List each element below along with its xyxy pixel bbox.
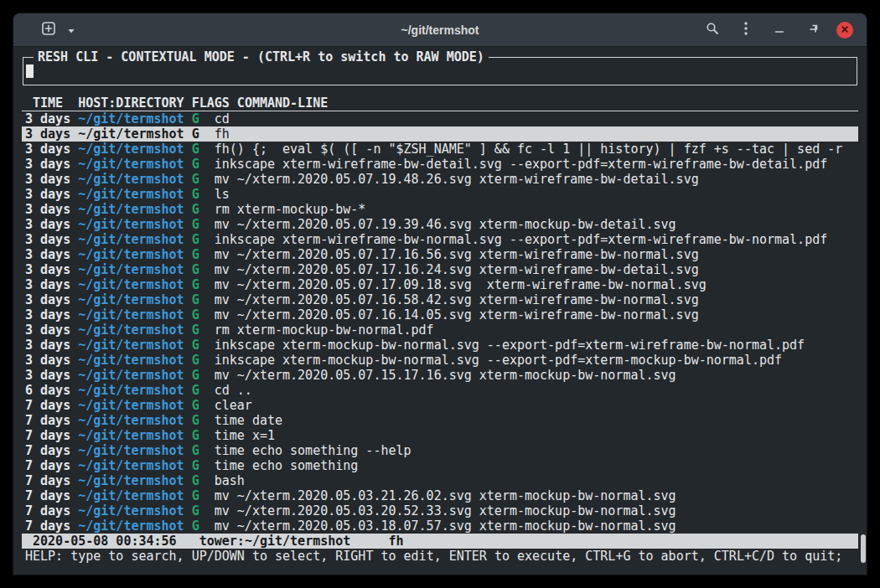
row-directory: ~/git/termshot bbox=[78, 292, 191, 307]
row-command: rm xterm-mockup-bw-* bbox=[215, 202, 858, 217]
history-row[interactable]: 3 days~/git/termshotGrm xterm-mockup-bw-… bbox=[22, 322, 858, 338]
row-time: 3 days bbox=[25, 202, 78, 217]
history-row[interactable]: 7 days~/git/termshotGtime echo something bbox=[22, 458, 858, 473]
row-directory: ~/git/termshot bbox=[78, 307, 191, 322]
search-button[interactable] bbox=[702, 20, 722, 40]
history-row[interactable]: 3 days~/git/termshotGmv ~/xterm.2020.05.… bbox=[22, 172, 858, 187]
row-command: time echo something bbox=[215, 458, 858, 473]
row-time: 3 days bbox=[25, 187, 78, 202]
row-directory: ~/git/termshot bbox=[78, 443, 191, 458]
row-flags: G bbox=[192, 443, 215, 458]
titlebar[interactable]: ~/git/termshot bbox=[13, 13, 867, 47]
row-flags: G bbox=[192, 292, 215, 307]
row-command: clear bbox=[215, 398, 858, 413]
row-command: mv ~/xterm.2020.05.03.18.07.57.svg xterm… bbox=[215, 518, 858, 534]
row-flags: G bbox=[192, 262, 215, 277]
row-flags: G bbox=[192, 398, 215, 413]
row-flags: G bbox=[192, 172, 215, 187]
row-directory: ~/git/termshot bbox=[78, 353, 191, 368]
terminal-content: RESH CLI - CONTEXTUAL MODE - (CTRL+R to … bbox=[13, 47, 867, 575]
row-time: 3 days bbox=[25, 232, 78, 247]
history-row[interactable]: 3 days~/git/termshotGinkscape xterm-mock… bbox=[22, 353, 858, 368]
row-command: mv ~/xterm.2020.05.07.17.09.18.svg xterm… bbox=[215, 277, 858, 292]
scrollbar-thumb[interactable] bbox=[861, 534, 866, 563]
row-command: mv ~/xterm.2020.05.07.16.58.42.svg xterm… bbox=[215, 292, 858, 307]
row-directory: ~/git/termshot bbox=[78, 247, 191, 262]
history-row[interactable]: 7 days~/git/termshotGmv ~/xterm.2020.05.… bbox=[22, 518, 858, 534]
history-row[interactable]: 7 days~/git/termshotGmv ~/xterm.2020.05.… bbox=[22, 503, 858, 518]
row-directory: ~/git/termshot bbox=[78, 217, 191, 232]
terminal-window: ~/git/termshot bbox=[13, 13, 867, 575]
history-row[interactable]: 7 days~/git/termshotGbash bbox=[22, 473, 858, 488]
history-row[interactable]: 3 days~/git/termshotGcd bbox=[22, 111, 858, 126]
row-directory: ~/git/termshot bbox=[78, 518, 191, 534]
row-command: rm xterm-mockup-bw-normal.pdf bbox=[215, 322, 858, 338]
history-row[interactable]: 7 days~/git/termshotGmv ~/xterm.2020.05.… bbox=[22, 488, 858, 503]
menu-button[interactable] bbox=[736, 20, 756, 40]
close-button[interactable] bbox=[836, 22, 853, 39]
history-row[interactable]: 3 days~/git/termshotGmv ~/xterm.2020.05.… bbox=[22, 292, 858, 307]
history-row[interactable]: 3 days~/git/termshotGmv ~/xterm.2020.05.… bbox=[22, 277, 858, 292]
history-row[interactable]: 3 days~/git/termshotGmv ~/xterm.2020.05.… bbox=[22, 247, 858, 262]
row-time: 3 days bbox=[25, 307, 78, 322]
row-directory: ~/git/termshot bbox=[78, 277, 191, 292]
row-time: 7 days bbox=[25, 443, 78, 458]
kebab-menu-icon bbox=[744, 22, 748, 38]
row-command: time x=1 bbox=[215, 428, 858, 443]
history-row[interactable]: 3 days~/git/termshotGmv ~/xterm.2020.05.… bbox=[22, 368, 858, 383]
tab-list-dropdown[interactable] bbox=[61, 20, 81, 40]
history-row[interactable]: 3 days~/git/termshotGrm xterm-mockup-bw-… bbox=[22, 202, 858, 217]
history-row[interactable]: 3 days~/git/termshotGmv ~/xterm.2020.05.… bbox=[22, 217, 858, 232]
history-row[interactable]: 3 days~/git/termshotGinkscape xterm-mock… bbox=[22, 338, 858, 353]
history-row[interactable]: 6 days~/git/termshotGcd .. bbox=[22, 383, 858, 398]
row-time: 3 days bbox=[25, 126, 78, 142]
row-command: mv ~/xterm.2020.05.07.17.16.56.svg xterm… bbox=[215, 247, 858, 262]
row-time: 3 days bbox=[25, 142, 78, 157]
maximize-icon bbox=[808, 23, 818, 37]
row-command: inkscape xterm-mockup-bw-normal.svg --ex… bbox=[215, 353, 858, 368]
row-flags: G bbox=[192, 157, 215, 172]
row-command: mv ~/xterm.2020.05.07.17.16.24.svg xterm… bbox=[215, 262, 858, 277]
row-time: 7 days bbox=[25, 518, 78, 534]
row-time: 7 days bbox=[25, 473, 78, 488]
row-time: 3 days bbox=[25, 338, 78, 353]
history-row[interactable]: 7 days~/git/termshotGtime date bbox=[22, 413, 858, 428]
minimize-button[interactable] bbox=[769, 20, 789, 40]
history-row[interactable]: 3 days~/git/termshotGmv ~/xterm.2020.05.… bbox=[22, 307, 858, 322]
close-icon bbox=[840, 23, 850, 37]
history-row[interactable]: 7 days~/git/termshotGtime x=1 bbox=[22, 428, 858, 443]
maximize-button[interactable] bbox=[803, 20, 823, 40]
history-row[interactable]: 7 days~/git/termshotGtime echo something… bbox=[22, 443, 858, 458]
row-directory: ~/git/termshot bbox=[78, 126, 191, 142]
row-command: inkscape xterm-mockup-bw-normal.svg --ex… bbox=[215, 338, 858, 353]
row-directory: ~/git/termshot bbox=[78, 157, 191, 172]
row-command: time echo something --help bbox=[215, 443, 858, 458]
history-row[interactable]: 3 days~/git/termshotGmv ~/xterm.2020.05.… bbox=[22, 262, 858, 277]
row-time: 3 days bbox=[25, 157, 78, 172]
row-time: 7 days bbox=[25, 398, 78, 413]
history-list: 3 days~/git/termshotGcd3 days~/git/terms… bbox=[22, 111, 858, 534]
row-directory: ~/git/termshot bbox=[78, 473, 191, 488]
history-row[interactable]: 3 days~/git/termshotGls bbox=[22, 187, 858, 202]
row-directory: ~/git/termshot bbox=[78, 202, 191, 217]
history-row[interactable]: 7 days~/git/termshotGclear bbox=[22, 398, 858, 413]
row-flags: G bbox=[192, 232, 215, 247]
history-row[interactable]: 3 days~/git/termshotGinkscape xterm-wire… bbox=[22, 157, 858, 172]
row-directory: ~/git/termshot bbox=[78, 142, 191, 157]
row-command: bash bbox=[215, 473, 858, 488]
new-tab-button[interactable] bbox=[39, 20, 59, 40]
row-command: cd bbox=[215, 111, 858, 126]
chevron-down-icon bbox=[67, 23, 75, 37]
row-flags: G bbox=[192, 383, 215, 398]
history-row[interactable]: 3 days~/git/termshotGinkscape xterm-wire… bbox=[22, 232, 858, 247]
history-row[interactable]: 3 days~/git/termshotGfh() {; eval $( ([ … bbox=[22, 142, 858, 157]
history-row-selected[interactable]: 3 days~/git/termshotGfh bbox=[22, 126, 858, 142]
row-time: 3 days bbox=[25, 322, 78, 338]
row-flags: G bbox=[192, 322, 215, 338]
row-directory: ~/git/termshot bbox=[78, 383, 191, 398]
row-flags: G bbox=[192, 126, 215, 142]
row-command: mv ~/xterm.2020.05.03.21.26.02.svg xterm… bbox=[215, 488, 858, 503]
row-directory: ~/git/termshot bbox=[78, 458, 191, 473]
help-line: HELP: type to search, UP/DOWN to select,… bbox=[22, 549, 858, 564]
row-flags: G bbox=[192, 217, 215, 232]
